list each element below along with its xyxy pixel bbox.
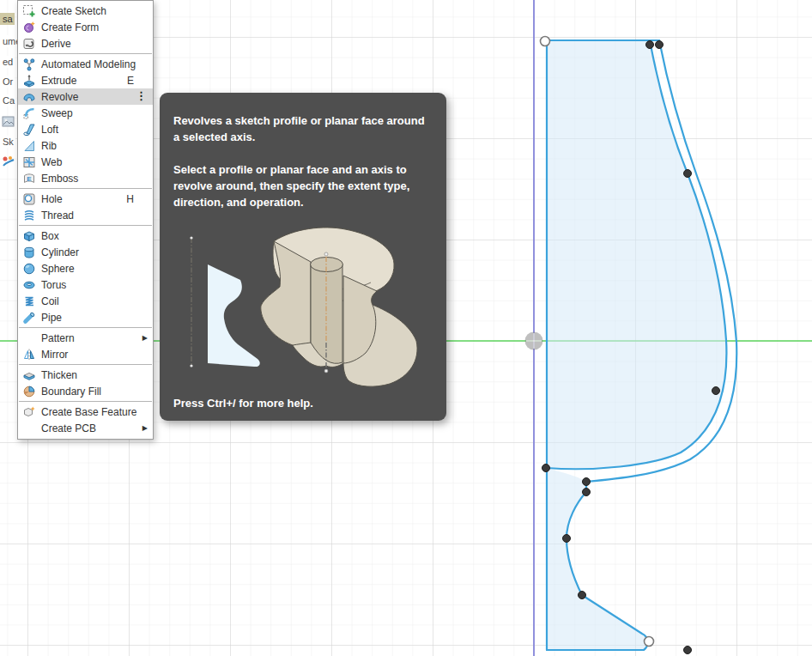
- illustration-3d-solid: [261, 228, 417, 386]
- tooltip-instructions: Select a profile or planar face and an a…: [173, 161, 433, 210]
- sketch-point-open-bottom[interactable]: [645, 637, 654, 647]
- rib-icon: [22, 139, 36, 153]
- svg-text:E: E: [27, 175, 32, 183]
- menu-item-automated-modeling[interactable]: Automated Modeling: [18, 56, 153, 72]
- automated-modeling-icon: [22, 58, 36, 71]
- menu-item-loft[interactable]: Loft: [18, 121, 153, 137]
- extrude-icon: [22, 74, 36, 88]
- menu-item-boundary-fill[interactable]: Boundary Fill: [18, 383, 153, 399]
- menu-item-label: Create Form: [41, 21, 148, 33]
- menu-item-create-sketch[interactable]: Create Sketch: [18, 3, 153, 19]
- loft-icon: [22, 123, 36, 137]
- menu-item-emboss[interactable]: E Emboss: [18, 170, 153, 186]
- menu-item-pipe[interactable]: Pipe: [18, 309, 153, 325]
- browser-item-fragment[interactable]: Ca: [0, 94, 16, 106]
- menu-item-label: Hole: [41, 193, 121, 205]
- menu-item-label: Create Sketch: [41, 5, 148, 17]
- browser-item-fragment[interactable]: Sk: [0, 136, 15, 148]
- menu-item-label: Loft: [41, 124, 148, 136]
- menu-item-mirror[interactable]: Mirror: [18, 346, 153, 362]
- revolve-tooltip: Revolves a sketch profile or planar face…: [160, 93, 446, 421]
- menu-item-label: Pattern: [41, 332, 148, 344]
- menu-item-label: Thicken: [41, 369, 148, 381]
- web-icon: [22, 155, 36, 169]
- menu-item-hole[interactable]: Hole H: [18, 191, 153, 207]
- menu-item-sweep[interactable]: Sweep: [18, 105, 153, 121]
- menu-item-label: Create PCB: [41, 422, 148, 434]
- menu-item-thread[interactable]: Thread: [18, 207, 153, 223]
- menu-separator: [19, 327, 152, 328]
- thicken-icon: [22, 368, 36, 382]
- sphere-icon: [22, 262, 36, 276]
- revolve-illustration: [173, 222, 434, 396]
- menu-item-web[interactable]: Web: [18, 154, 153, 170]
- emboss-icon: E: [22, 172, 36, 185]
- menu-item-torus[interactable]: Torus: [18, 276, 153, 293]
- derive-icon: [22, 37, 36, 51]
- menu-item-label: Web: [41, 156, 148, 168]
- submenu-arrow-icon: ▶: [142, 424, 148, 432]
- menu-item-label: Sphere: [41, 263, 148, 275]
- menu-item-label: Box: [41, 230, 148, 242]
- menu-item-label: Extrude: [41, 75, 122, 87]
- mirror-icon: [22, 348, 36, 361]
- thread-icon: [22, 209, 36, 222]
- revolve-icon: [22, 90, 36, 104]
- browser-item-fragment[interactable]: Or: [0, 76, 15, 88]
- menu-item-label: Pipe: [41, 312, 148, 324]
- coil-icon: [22, 295, 36, 308]
- pipe-icon: [22, 311, 36, 325]
- cylinder-icon: [22, 246, 36, 259]
- illustration-axis-left: [190, 236, 192, 367]
- menu-item-label: Derive: [41, 38, 148, 50]
- create-sketch-icon: [22, 4, 36, 18]
- menu-item-coil[interactable]: Coil: [18, 293, 153, 309]
- menu-item-rib[interactable]: Rib: [18, 137, 153, 154]
- menu-item-revolve[interactable]: Revolve ⋮: [18, 88, 153, 105]
- menu-separator: [19, 401, 152, 402]
- menu-item-label: Sweep: [41, 107, 148, 119]
- menu-item-extrude[interactable]: Extrude E: [18, 72, 153, 88]
- illustration-2d-profile: [208, 264, 260, 367]
- menu-item-derive[interactable]: Derive: [18, 35, 153, 52]
- menu-item-label: Automated Modeling: [41, 58, 148, 70]
- menu-item-thicken[interactable]: Thicken: [18, 367, 153, 383]
- menu-item-label: Rib: [41, 140, 148, 152]
- menu-item-shortcut: E: [127, 75, 148, 87]
- menu-item-label: Thread: [41, 210, 148, 222]
- menu-item-label: Coil: [41, 295, 148, 307]
- hole-icon: [22, 192, 36, 206]
- menu-item-pattern[interactable]: Pattern ▶: [18, 330, 153, 346]
- menu-item-sphere[interactable]: Sphere: [18, 260, 153, 276]
- menu-item-label: Torus: [41, 279, 148, 291]
- create-form-icon: [22, 21, 36, 34]
- menu-item-label: Mirror: [41, 349, 148, 361]
- origin-marker[interactable]: [525, 332, 543, 350]
- menu-item-label: Boundary Fill: [41, 386, 148, 398]
- browser-item-fragment[interactable]: sa: [0, 13, 15, 25]
- create-base-feature-icon: [22, 405, 36, 419]
- box-icon: [22, 229, 36, 243]
- menu-separator: [19, 225, 152, 226]
- sweep-icon: [22, 106, 36, 120]
- torus-icon: [22, 278, 36, 292]
- menu-item-create-pcb[interactable]: Create PCB ▶: [18, 420, 153, 436]
- boundary-fill-icon: [22, 385, 36, 398]
- pattern-icon-placeholder: [22, 331, 36, 345]
- menu-item-label: Cylinder: [41, 246, 148, 258]
- submenu-arrow-icon: ▶: [142, 334, 148, 342]
- revolve-overflow-icon[interactable]: ⋮: [136, 89, 147, 102]
- menu-item-box[interactable]: Box: [18, 228, 153, 244]
- menu-item-create-form[interactable]: Create Form: [18, 19, 153, 35]
- menu-item-cylinder[interactable]: Cylinder: [18, 244, 153, 260]
- menu-item-shortcut: H: [126, 193, 148, 205]
- menu-item-label: Emboss: [41, 173, 148, 185]
- menu-item-create-base-feature[interactable]: Create Base Feature: [18, 404, 153, 420]
- sketch-point-open-top[interactable]: [541, 37, 550, 46]
- menu-separator: [19, 188, 152, 189]
- canvas-thumbnail-icon[interactable]: [2, 115, 15, 129]
- create-menu: Create Sketch Create Form Derive Automat…: [17, 0, 154, 440]
- sketch-colorful-icon[interactable]: [2, 155, 15, 168]
- fusion-viewport: sa ume ed Or Ca Sk Create Sketch Create …: [0, 0, 812, 656]
- browser-item-fragment[interactable]: ed: [0, 56, 15, 68]
